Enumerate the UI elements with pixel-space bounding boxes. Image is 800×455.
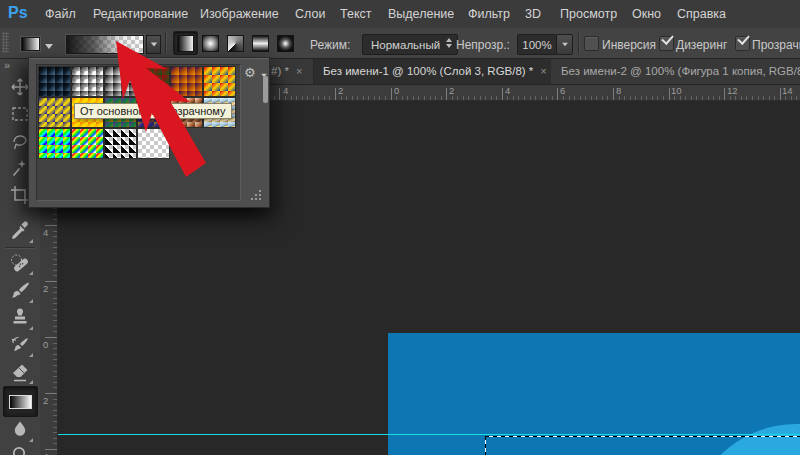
collapse-panel-icon[interactable]: » — [4, 59, 9, 71]
gear-icon: ⚙ — [244, 65, 256, 80]
menu-filter[interactable]: Фильтр — [468, 7, 510, 21]
spinner-icon[interactable] — [446, 38, 452, 48]
dodge-tool[interactable] — [9, 443, 31, 455]
swatch-blue-red-yellow[interactable] — [203, 66, 236, 97]
gradient-tool-icon — [9, 395, 32, 409]
reflected-gradient-icon — [252, 35, 269, 52]
document-tab-partial[interactable]: #) * × — [268, 58, 316, 84]
dodge-icon — [9, 443, 31, 455]
swatch-red-green[interactable] — [137, 66, 170, 97]
photoshop-logo: Ps — [8, 4, 28, 22]
menu-layers[interactable]: Слои — [295, 7, 325, 21]
gradient-tooltip: От основного к прозрачному — [74, 103, 232, 119]
dither-checkbox[interactable] — [659, 36, 674, 51]
swatch-violet-orange[interactable] — [170, 66, 203, 97]
gradient-picker-panel: ⚙ — [28, 57, 270, 208]
gradient-type-diamond-button[interactable] — [274, 32, 297, 54]
gradient-type-radial-button[interactable] — [199, 32, 222, 54]
dither-label[interactable]: Дизеринг — [676, 38, 727, 52]
eraser-tool[interactable] — [9, 361, 31, 383]
tab-label: Без имени-2 @ 100% (Фигура 1 копия, RGB/… — [561, 65, 800, 77]
radial-gradient-icon — [202, 35, 219, 52]
close-icon[interactable]: × — [540, 65, 546, 77]
close-icon[interactable]: × — [296, 65, 302, 77]
options-bar-grip[interactable] — [2, 32, 9, 53]
swatch-neutral-density[interactable] — [137, 128, 170, 159]
menu-window[interactable]: Окно — [632, 7, 661, 21]
clone-stamp-icon — [9, 307, 31, 329]
menu-image[interactable]: Изображение — [200, 7, 279, 21]
document-tab-inactive[interactable]: Без имени-2 @ 100% (Фигура 1 копия, RGB/… — [551, 58, 800, 84]
tab-label: #) * — [271, 65, 289, 77]
angle-gradient-icon — [227, 35, 244, 52]
blend-mode-select[interactable]: Нормальный — [362, 34, 458, 55]
menu-3d[interactable]: 3D — [525, 7, 541, 21]
blue-circle-shape — [687, 424, 800, 455]
eyedropper-icon — [9, 220, 31, 242]
gradient-preview[interactable] — [66, 35, 144, 54]
opacity-label: Непрозр.: — [456, 38, 510, 52]
options-separator — [578, 32, 579, 54]
brush-tool[interactable] — [9, 280, 31, 302]
options-bar: Режим: Нормальный Непрозр.: 100% Инверси… — [0, 28, 800, 59]
menu-edit[interactable]: Редактирование — [93, 7, 188, 21]
eraser-icon — [9, 361, 31, 383]
gradient-tool-selected[interactable] — [3, 386, 38, 417]
gradient-picker-open-button[interactable] — [146, 35, 161, 54]
menu-type[interactable]: Текст — [340, 7, 371, 21]
menu-bar: Ps Файл Редактирование Изображение Слои … — [0, 0, 800, 29]
clone-stamp-tool[interactable] — [9, 307, 31, 329]
document-tab-active[interactable]: Без имени-1 @ 100% (Слой 3, RGB/8) * × — [313, 58, 561, 84]
cyan-guide-line[interactable] — [57, 434, 800, 435]
blur-drop-icon — [9, 419, 31, 441]
tool-preset-picker[interactable] — [21, 37, 40, 51]
opacity-dropdown-button[interactable] — [556, 34, 573, 55]
document-canvas[interactable] — [388, 333, 800, 455]
swatch-transparent-rainbow[interactable] — [71, 128, 104, 159]
selection-marching-ants-vertical — [485, 436, 486, 455]
swatch-transparent-stripes[interactable] — [104, 128, 137, 159]
menu-file[interactable]: Файл — [45, 7, 76, 21]
diamond-gradient-icon — [277, 35, 294, 52]
menu-select[interactable]: Выделение — [388, 7, 454, 21]
opacity-value: 100% — [522, 39, 551, 51]
brush-icon — [9, 280, 31, 302]
gradient-type-reflected-button[interactable] — [249, 32, 272, 54]
tool-preset-arrow-icon[interactable] — [45, 44, 53, 49]
gradient-swatch-well — [36, 64, 241, 201]
blur-tool[interactable] — [9, 419, 31, 441]
history-brush-icon — [9, 334, 31, 356]
linear-gradient-icon — [177, 35, 194, 52]
gradient-type-angle-button[interactable] — [224, 32, 247, 54]
mode-label: Режим: — [310, 38, 350, 52]
panel-resize-grip[interactable] — [251, 198, 253, 200]
tab-label: Без имени-1 @ 100% (Слой 3, RGB/8) * — [323, 65, 533, 77]
invert-checkbox[interactable] — [584, 36, 599, 51]
swatch-black-white[interactable] — [104, 66, 137, 97]
selection-marching-ants-horizontal — [485, 436, 800, 437]
transparency-checkbox[interactable] — [735, 36, 750, 51]
menu-view[interactable]: Просмотр — [560, 7, 617, 21]
swatch-spectrum[interactable] — [38, 128, 71, 159]
swatch-blue-yellow-blue[interactable] — [38, 97, 71, 128]
history-brush-tool[interactable] — [9, 334, 31, 356]
toolbar-separator — [5, 247, 35, 248]
opacity-field[interactable]: 100% — [517, 34, 557, 55]
healing-brush-icon — [9, 252, 31, 274]
menu-help[interactable]: Справка — [677, 7, 726, 21]
invert-label[interactable]: Инверсия — [602, 38, 656, 52]
spot-healing-brush-tool[interactable] — [9, 252, 31, 274]
blend-mode-value: Нормальный — [371, 39, 440, 51]
swatch-foreground-to-transparent[interactable] — [71, 66, 104, 97]
panel-scrollbar[interactable] — [263, 76, 268, 103]
options-separator — [165, 32, 166, 54]
transparency-label[interactable]: Прозрачность — [752, 38, 800, 52]
swatch-foreground-to-background[interactable] — [38, 66, 71, 97]
panel-menu-button[interactable]: ⚙ — [244, 66, 256, 79]
eyedropper-tool[interactable] — [9, 220, 31, 242]
gradient-type-linear-button[interactable] — [174, 32, 197, 54]
